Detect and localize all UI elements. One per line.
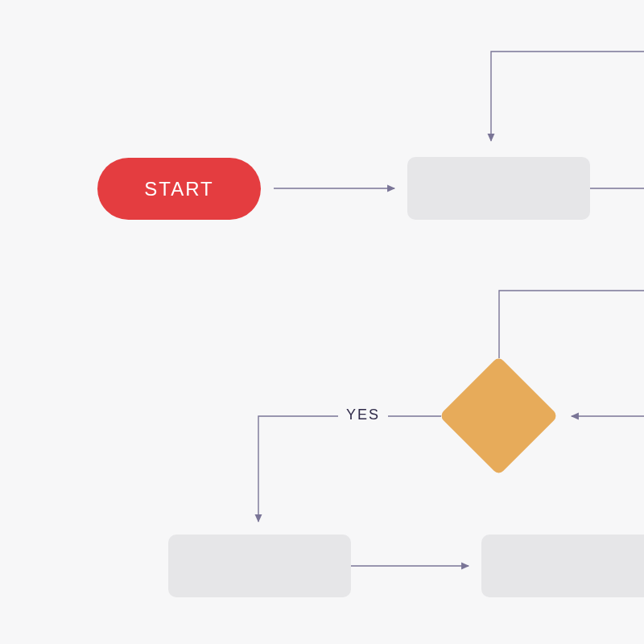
edge-decision-north bbox=[499, 291, 644, 358]
start-node[interactable]: START bbox=[97, 158, 261, 220]
process-node-bottom-right[interactable] bbox=[481, 535, 644, 597]
decision-node[interactable] bbox=[439, 356, 559, 476]
edge-into-process-top bbox=[491, 52, 644, 141]
process-node-top[interactable] bbox=[407, 157, 590, 220]
process-node-bottom-left[interactable] bbox=[168, 535, 351, 597]
edge-label-yes: YES bbox=[338, 407, 388, 423]
decision-diamond-shape bbox=[439, 356, 558, 475]
edge-decision-yes bbox=[258, 416, 441, 522]
start-label: START bbox=[144, 178, 213, 200]
